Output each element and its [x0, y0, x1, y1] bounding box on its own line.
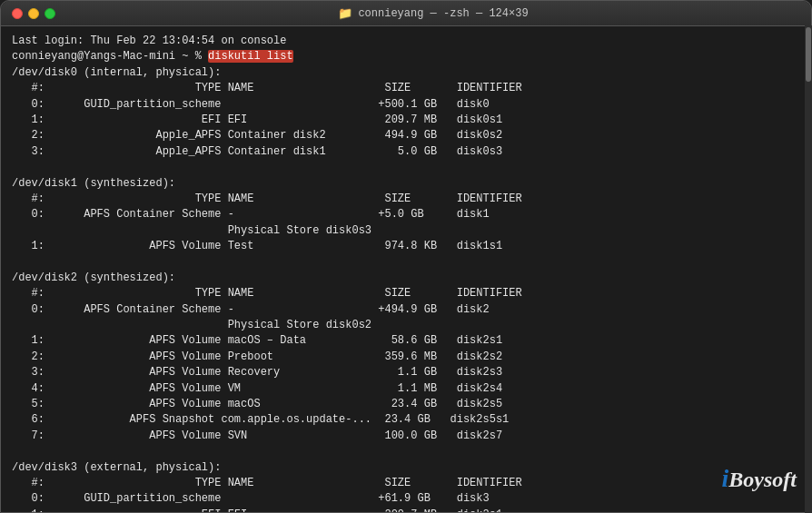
traffic-lights [12, 8, 55, 19]
ibs-watermark: iBoysoft [722, 460, 797, 498]
maximize-button[interactable] [45, 8, 55, 19]
window-title: connieyang — -zsh — 124×39 [358, 7, 528, 20]
terminal-output: Last login: Thu Feb 22 13:04:54 on conso… [12, 34, 800, 512]
watermark-boysoft: Boysoft [728, 464, 797, 496]
command-highlight: diskutil list [208, 50, 293, 63]
scrollbar-area[interactable] [805, 25, 812, 513]
title-bar: 📁 connieyang — -zsh — 124×39 [1, 1, 811, 26]
terminal-window: 📁 connieyang — -zsh — 124×39 Last login:… [0, 0, 812, 513]
close-button[interactable] [12, 8, 23, 19]
terminal-body[interactable]: Last login: Thu Feb 22 13:04:54 on conso… [1, 26, 811, 512]
scrollbar-thumb[interactable] [806, 27, 811, 82]
folder-icon: 📁 [338, 6, 352, 21]
watermark-text: iBoysoft [722, 460, 797, 498]
minimize-button[interactable] [28, 8, 39, 19]
title-bar-center: 📁 connieyang — -zsh — 124×39 [66, 6, 800, 21]
